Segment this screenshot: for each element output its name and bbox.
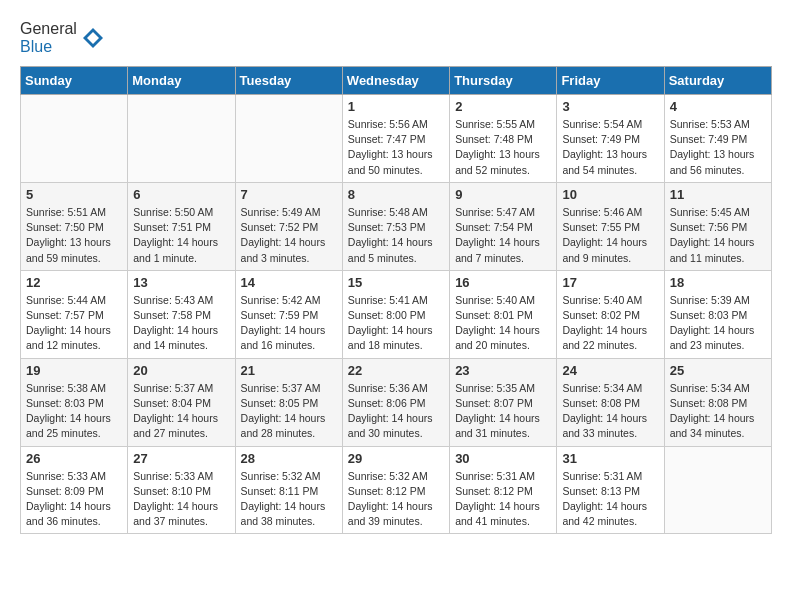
logo: General Blue — [20, 20, 107, 56]
cell-content: Sunrise: 5:37 AM Sunset: 8:04 PM Dayligh… — [133, 381, 229, 442]
cell-content: Sunrise: 5:33 AM Sunset: 8:09 PM Dayligh… — [26, 469, 122, 530]
logo-icon — [79, 24, 107, 52]
cell-content: Sunrise: 5:41 AM Sunset: 8:00 PM Dayligh… — [348, 293, 444, 354]
day-number: 14 — [241, 275, 337, 290]
day-number: 15 — [348, 275, 444, 290]
day-number: 1 — [348, 99, 444, 114]
cell-content: Sunrise: 5:34 AM Sunset: 8:08 PM Dayligh… — [670, 381, 766, 442]
calendar-cell: 9Sunrise: 5:47 AM Sunset: 7:54 PM Daylig… — [450, 182, 557, 270]
cell-content: Sunrise: 5:45 AM Sunset: 7:56 PM Dayligh… — [670, 205, 766, 266]
day-number: 22 — [348, 363, 444, 378]
calendar-week-row: 12Sunrise: 5:44 AM Sunset: 7:57 PM Dayli… — [21, 270, 772, 358]
cell-content: Sunrise: 5:39 AM Sunset: 8:03 PM Dayligh… — [670, 293, 766, 354]
calendar-cell: 7Sunrise: 5:49 AM Sunset: 7:52 PM Daylig… — [235, 182, 342, 270]
calendar-cell: 29Sunrise: 5:32 AM Sunset: 8:12 PM Dayli… — [342, 446, 449, 534]
calendar-cell: 6Sunrise: 5:50 AM Sunset: 7:51 PM Daylig… — [128, 182, 235, 270]
calendar-cell — [21, 95, 128, 183]
cell-content: Sunrise: 5:53 AM Sunset: 7:49 PM Dayligh… — [670, 117, 766, 178]
day-number: 21 — [241, 363, 337, 378]
calendar-cell: 13Sunrise: 5:43 AM Sunset: 7:58 PM Dayli… — [128, 270, 235, 358]
cell-content: Sunrise: 5:32 AM Sunset: 8:12 PM Dayligh… — [348, 469, 444, 530]
cell-content: Sunrise: 5:31 AM Sunset: 8:13 PM Dayligh… — [562, 469, 658, 530]
day-number: 23 — [455, 363, 551, 378]
calendar-cell: 3Sunrise: 5:54 AM Sunset: 7:49 PM Daylig… — [557, 95, 664, 183]
calendar-cell: 12Sunrise: 5:44 AM Sunset: 7:57 PM Dayli… — [21, 270, 128, 358]
calendar-cell: 10Sunrise: 5:46 AM Sunset: 7:55 PM Dayli… — [557, 182, 664, 270]
day-number: 16 — [455, 275, 551, 290]
day-number: 25 — [670, 363, 766, 378]
weekday-header: Friday — [557, 67, 664, 95]
calendar-cell: 31Sunrise: 5:31 AM Sunset: 8:13 PM Dayli… — [557, 446, 664, 534]
logo-general: General — [20, 20, 77, 37]
day-number: 9 — [455, 187, 551, 202]
cell-content: Sunrise: 5:46 AM Sunset: 7:55 PM Dayligh… — [562, 205, 658, 266]
day-number: 24 — [562, 363, 658, 378]
cell-content: Sunrise: 5:47 AM Sunset: 7:54 PM Dayligh… — [455, 205, 551, 266]
calendar-cell: 11Sunrise: 5:45 AM Sunset: 7:56 PM Dayli… — [664, 182, 771, 270]
day-number: 11 — [670, 187, 766, 202]
day-number: 28 — [241, 451, 337, 466]
calendar-cell: 21Sunrise: 5:37 AM Sunset: 8:05 PM Dayli… — [235, 358, 342, 446]
weekday-header: Monday — [128, 67, 235, 95]
calendar-week-row: 26Sunrise: 5:33 AM Sunset: 8:09 PM Dayli… — [21, 446, 772, 534]
weekday-header: Wednesday — [342, 67, 449, 95]
day-number: 19 — [26, 363, 122, 378]
calendar-cell: 24Sunrise: 5:34 AM Sunset: 8:08 PM Dayli… — [557, 358, 664, 446]
cell-content: Sunrise: 5:50 AM Sunset: 7:51 PM Dayligh… — [133, 205, 229, 266]
day-number: 10 — [562, 187, 658, 202]
day-number: 8 — [348, 187, 444, 202]
cell-content: Sunrise: 5:43 AM Sunset: 7:58 PM Dayligh… — [133, 293, 229, 354]
calendar-cell: 16Sunrise: 5:40 AM Sunset: 8:01 PM Dayli… — [450, 270, 557, 358]
day-number: 31 — [562, 451, 658, 466]
cell-content: Sunrise: 5:36 AM Sunset: 8:06 PM Dayligh… — [348, 381, 444, 442]
calendar-cell: 5Sunrise: 5:51 AM Sunset: 7:50 PM Daylig… — [21, 182, 128, 270]
calendar-cell: 30Sunrise: 5:31 AM Sunset: 8:12 PM Dayli… — [450, 446, 557, 534]
calendar-cell: 18Sunrise: 5:39 AM Sunset: 8:03 PM Dayli… — [664, 270, 771, 358]
cell-content: Sunrise: 5:56 AM Sunset: 7:47 PM Dayligh… — [348, 117, 444, 178]
calendar-cell — [128, 95, 235, 183]
cell-content: Sunrise: 5:33 AM Sunset: 8:10 PM Dayligh… — [133, 469, 229, 530]
calendar-cell: 14Sunrise: 5:42 AM Sunset: 7:59 PM Dayli… — [235, 270, 342, 358]
weekday-header: Thursday — [450, 67, 557, 95]
cell-content: Sunrise: 5:38 AM Sunset: 8:03 PM Dayligh… — [26, 381, 122, 442]
day-number: 17 — [562, 275, 658, 290]
calendar-week-row: 19Sunrise: 5:38 AM Sunset: 8:03 PM Dayli… — [21, 358, 772, 446]
cell-content: Sunrise: 5:42 AM Sunset: 7:59 PM Dayligh… — [241, 293, 337, 354]
calendar-cell: 23Sunrise: 5:35 AM Sunset: 8:07 PM Dayli… — [450, 358, 557, 446]
calendar-cell: 25Sunrise: 5:34 AM Sunset: 8:08 PM Dayli… — [664, 358, 771, 446]
cell-content: Sunrise: 5:32 AM Sunset: 8:11 PM Dayligh… — [241, 469, 337, 530]
cell-content: Sunrise: 5:34 AM Sunset: 8:08 PM Dayligh… — [562, 381, 658, 442]
calendar-cell: 20Sunrise: 5:37 AM Sunset: 8:04 PM Dayli… — [128, 358, 235, 446]
weekday-row: SundayMondayTuesdayWednesdayThursdayFrid… — [21, 67, 772, 95]
calendar-cell: 26Sunrise: 5:33 AM Sunset: 8:09 PM Dayli… — [21, 446, 128, 534]
cell-content: Sunrise: 5:35 AM Sunset: 8:07 PM Dayligh… — [455, 381, 551, 442]
day-number: 27 — [133, 451, 229, 466]
weekday-header: Saturday — [664, 67, 771, 95]
day-number: 7 — [241, 187, 337, 202]
day-number: 13 — [133, 275, 229, 290]
day-number: 26 — [26, 451, 122, 466]
day-number: 4 — [670, 99, 766, 114]
cell-content: Sunrise: 5:51 AM Sunset: 7:50 PM Dayligh… — [26, 205, 122, 266]
calendar-cell: 15Sunrise: 5:41 AM Sunset: 8:00 PM Dayli… — [342, 270, 449, 358]
calendar-cell: 8Sunrise: 5:48 AM Sunset: 7:53 PM Daylig… — [342, 182, 449, 270]
weekday-header: Sunday — [21, 67, 128, 95]
calendar-header: SundayMondayTuesdayWednesdayThursdayFrid… — [21, 67, 772, 95]
day-number: 3 — [562, 99, 658, 114]
calendar-week-row: 5Sunrise: 5:51 AM Sunset: 7:50 PM Daylig… — [21, 182, 772, 270]
calendar-table: SundayMondayTuesdayWednesdayThursdayFrid… — [20, 66, 772, 534]
cell-content: Sunrise: 5:54 AM Sunset: 7:49 PM Dayligh… — [562, 117, 658, 178]
logo-text: General Blue — [20, 20, 77, 56]
day-number: 5 — [26, 187, 122, 202]
cell-content: Sunrise: 5:48 AM Sunset: 7:53 PM Dayligh… — [348, 205, 444, 266]
calendar-cell: 17Sunrise: 5:40 AM Sunset: 8:02 PM Dayli… — [557, 270, 664, 358]
calendar-cell: 2Sunrise: 5:55 AM Sunset: 7:48 PM Daylig… — [450, 95, 557, 183]
weekday-header: Tuesday — [235, 67, 342, 95]
calendar-body: 1Sunrise: 5:56 AM Sunset: 7:47 PM Daylig… — [21, 95, 772, 534]
calendar-cell: 4Sunrise: 5:53 AM Sunset: 7:49 PM Daylig… — [664, 95, 771, 183]
calendar-cell: 1Sunrise: 5:56 AM Sunset: 7:47 PM Daylig… — [342, 95, 449, 183]
day-number: 29 — [348, 451, 444, 466]
calendar-cell: 19Sunrise: 5:38 AM Sunset: 8:03 PM Dayli… — [21, 358, 128, 446]
calendar-cell — [664, 446, 771, 534]
day-number: 12 — [26, 275, 122, 290]
